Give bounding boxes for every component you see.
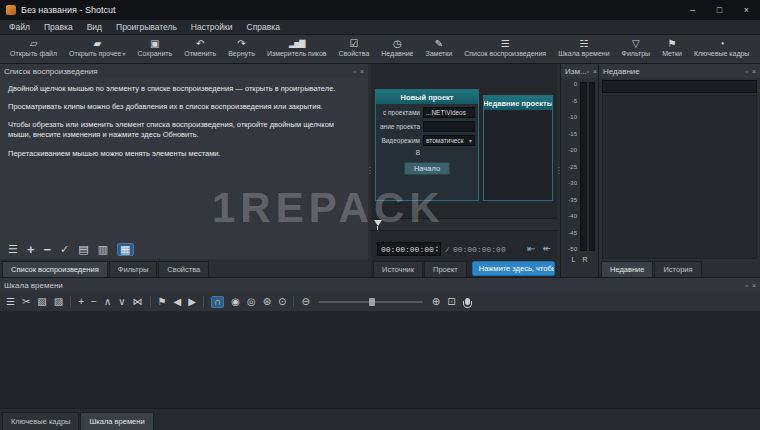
left-channel-meter	[580, 82, 587, 251]
notes-button[interactable]: ✎ Заметки	[419, 37, 458, 57]
tab-keyframes[interactable]: Ключевые кадры	[2, 412, 79, 430]
playlist-append-icon[interactable]: +	[27, 243, 35, 256]
float-panel-icon[interactable]: ▫	[353, 68, 355, 75]
scrubber-bar[interactable]	[371, 218, 557, 231]
lift-icon[interactable]: ∧	[104, 297, 111, 307]
ripple-icon[interactable]: ◎	[247, 297, 256, 307]
ripple-all-tracks-icon[interactable]: ⊛	[263, 297, 271, 307]
player-panel: Новый проект с проектами ...NET\Videos а…	[371, 64, 557, 277]
peak-meter-button[interactable]: ▂▅▇ Измеритель пиков	[261, 37, 333, 57]
peak-meter-title: Изм...	[565, 67, 587, 76]
tab-filters[interactable]: Фильтры	[109, 261, 158, 277]
menu-player[interactable]: Проигрыватель	[109, 22, 184, 32]
zoom-in-icon[interactable]: ⊕	[432, 297, 440, 307]
zoom-out-icon[interactable]: ⊖	[301, 297, 309, 307]
timecode-spinner[interactable]: ▴ ▾	[436, 245, 438, 253]
menu-settings[interactable]: Настройки	[184, 22, 240, 32]
timeline-toolbar: ☰ ✂ ▧ ▨ + − ∧ ∨ ⋈ ⚑ ◀ ▶ ∩ ◉ ◎ ⊛ ⊙ ⊖ ⊕ ⊡	[0, 292, 760, 311]
open-other-icon: ▰	[93, 37, 101, 50]
close-panel-icon[interactable]: ×	[360, 68, 364, 75]
tab-playlist[interactable]: Список воспроизведения	[2, 261, 108, 277]
timeline-button[interactable]: ☵ Шкала времени	[552, 37, 615, 57]
menu-file[interactable]: Файл	[2, 22, 37, 32]
zoom-slider[interactable]	[319, 301, 423, 303]
menu-edit[interactable]: Правка	[37, 22, 80, 32]
view-tiles-icon[interactable]: ▥	[98, 244, 108, 255]
timecode-input[interactable]: 00:00:00:00 ▴ ▾	[377, 242, 441, 256]
timeline-menu-icon[interactable]: ☰	[6, 297, 15, 307]
split-icon[interactable]: ⋈	[133, 297, 143, 307]
tab-history[interactable]: История	[654, 261, 701, 277]
tab-source[interactable]: Источник	[373, 261, 423, 277]
tab-properties[interactable]: Свойства	[158, 261, 209, 277]
snap-icon[interactable]: ∩	[211, 296, 224, 308]
tab-recent[interactable]: Недавние	[601, 261, 653, 277]
recent-button[interactable]: ◷ Недавние	[375, 37, 419, 57]
skip-to-start-button[interactable]: ⇤	[527, 244, 535, 254]
append-icon[interactable]: +	[78, 297, 84, 307]
recent-projects-list[interactable]	[484, 110, 552, 200]
project-name-input[interactable]	[423, 121, 475, 132]
markers-button[interactable]: ⚑ Метки	[656, 37, 688, 57]
prev-marker-icon[interactable]: ◀	[174, 297, 182, 307]
redo-button[interactable]: ↷ Вернуть	[222, 37, 261, 57]
close-panel-icon[interactable]: ×	[752, 282, 756, 289]
ripple-delete-icon[interactable]: −	[91, 297, 97, 307]
properties-button[interactable]: ☑ Свойства	[333, 37, 376, 57]
timeline-tracks-area[interactable]	[0, 311, 760, 408]
zoom-fit-icon[interactable]: ⊡	[447, 297, 455, 307]
maximize-button[interactable]: □	[706, 0, 733, 20]
start-button[interactable]: Начало	[404, 162, 450, 175]
menu-view[interactable]: Вид	[80, 22, 109, 32]
save-button[interactable]: ▣ Сохранить	[131, 37, 178, 57]
minimize-button[interactable]: –	[679, 0, 706, 20]
filters-button[interactable]: ▽ Фильтры	[616, 37, 657, 57]
overwrite-icon[interactable]: ∨	[118, 297, 125, 307]
view-details-icon[interactable]: ▤	[78, 244, 88, 255]
window-controls: – □ ×	[679, 0, 760, 20]
record-audio-icon[interactable]	[465, 298, 470, 305]
save-icon: ▣	[150, 37, 159, 50]
right-channel-meter	[589, 82, 596, 251]
playlist-menu-icon[interactable]: ☰	[8, 244, 18, 255]
next-marker-icon[interactable]: ▶	[188, 297, 196, 307]
undo-button[interactable]: ↶ Отменить	[178, 37, 222, 57]
playlist-button[interactable]: ☰ Список воспроизведения	[458, 37, 552, 57]
scrub-while-dragging-icon[interactable]: ◉	[231, 297, 240, 307]
bottom-dock-tabs: Ключевые кадры Шкала времени	[0, 408, 760, 430]
convert-cta-button[interactable]: Нажмите здесь, чтобы п...	[472, 261, 555, 276]
close-panel-icon[interactable]: ×	[593, 68, 597, 75]
playlist-remove-icon[interactable]: −	[43, 243, 51, 256]
float-panel-icon[interactable]: ▫	[745, 68, 747, 75]
view-icons-icon[interactable]: ▦	[117, 243, 133, 256]
projects-folder-input[interactable]: ...NET\Videos	[423, 107, 475, 118]
db-scale-label: -30	[568, 180, 577, 186]
recent-search-input[interactable]	[602, 80, 757, 93]
float-panel-icon[interactable]: ▫	[587, 68, 589, 75]
playhead-icon[interactable]	[374, 220, 382, 226]
open-file-button[interactable]: ▱ Открыть файл	[4, 37, 63, 57]
open-other-button[interactable]: ▰ Открыть прочее▾	[63, 37, 131, 57]
rewind-button[interactable]: ↞	[543, 244, 551, 254]
paste-icon[interactable]: ▨	[54, 297, 63, 307]
recent-files-list[interactable]	[602, 95, 757, 259]
float-panel-icon[interactable]: ▫	[745, 282, 747, 289]
tab-timeline[interactable]: Шкала времени	[80, 412, 153, 430]
keyframes-button[interactable]: ◔ Ключевые кадры	[688, 37, 756, 57]
recent-panel-title: Недавние	[603, 67, 640, 76]
transport-buttons: ⇤ ↞	[527, 244, 551, 254]
transport-controls: 00:00:00:00 ▴ ▾ / 00:00:00:00 ⇤ ↞	[371, 240, 557, 258]
marker-icon[interactable]: ⚑	[158, 297, 167, 307]
close-button[interactable]: ×	[733, 0, 760, 20]
playlist-update-icon[interactable]: ✓	[60, 244, 69, 255]
zoom-slider-handle[interactable]	[369, 298, 375, 306]
video-mode-select[interactable]: втоматическ▾	[423, 135, 475, 146]
cut-icon[interactable]: ✂	[22, 297, 30, 307]
duration-label: / 00:00:00:00	[445, 245, 506, 254]
tab-project[interactable]: Проект	[424, 261, 467, 277]
copy-icon[interactable]: ▧	[37, 297, 46, 307]
close-panel-icon[interactable]: ×	[752, 68, 756, 75]
playlist-icon: ☰	[501, 37, 510, 50]
ripple-markers-icon[interactable]: ⊙	[278, 297, 286, 307]
menu-help[interactable]: Справка	[240, 22, 287, 32]
